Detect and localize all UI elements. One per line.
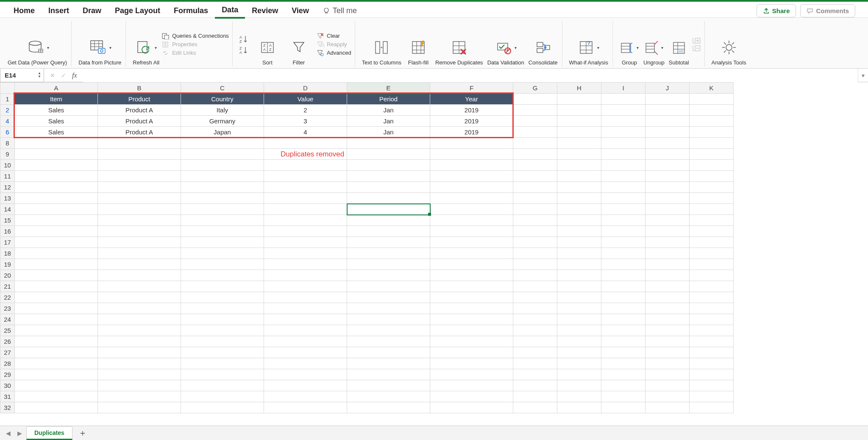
cell[interactable]: Product xyxy=(98,94,181,105)
cell[interactable] xyxy=(557,116,601,127)
cell[interactable] xyxy=(645,160,690,171)
cell[interactable] xyxy=(513,303,557,314)
cell[interactable] xyxy=(601,193,645,204)
cell[interactable] xyxy=(15,270,98,281)
cell[interactable] xyxy=(557,215,601,226)
cell[interactable] xyxy=(645,204,690,215)
cell[interactable] xyxy=(557,292,601,303)
cell[interactable] xyxy=(557,127,601,138)
cell[interactable] xyxy=(15,314,98,325)
cell[interactable] xyxy=(513,193,557,204)
tab-draw[interactable]: Draw xyxy=(76,4,108,18)
cell[interactable] xyxy=(181,347,264,358)
tab-insert[interactable]: Insert xyxy=(42,4,76,18)
cell[interactable] xyxy=(15,226,98,237)
cell[interactable] xyxy=(264,292,347,303)
cell[interactable] xyxy=(98,215,181,226)
cell[interactable] xyxy=(347,391,430,402)
cell[interactable] xyxy=(601,204,645,215)
cell[interactable]: Sales xyxy=(15,116,98,127)
subtotal-button[interactable]: Subtotal xyxy=(668,21,690,67)
cell[interactable] xyxy=(98,314,181,325)
cell[interactable] xyxy=(181,336,264,347)
cell[interactable] xyxy=(557,138,601,149)
row-header[interactable]: 32 xyxy=(0,402,15,413)
cell[interactable] xyxy=(645,336,690,347)
advanced-filter-button[interactable]: Advanced xyxy=(317,50,351,56)
cell[interactable] xyxy=(15,149,98,160)
cell[interactable] xyxy=(601,149,645,160)
cell[interactable]: Italy xyxy=(181,105,264,116)
cell[interactable] xyxy=(15,193,98,204)
column-header[interactable]: E xyxy=(347,83,430,94)
cell[interactable] xyxy=(347,303,430,314)
cell[interactable] xyxy=(430,358,513,369)
column-header[interactable]: J xyxy=(645,83,690,94)
select-all-corner[interactable] xyxy=(0,83,15,94)
cell[interactable] xyxy=(15,248,98,259)
cell[interactable] xyxy=(690,149,734,160)
cell[interactable] xyxy=(557,171,601,182)
cell[interactable] xyxy=(645,391,690,402)
cell[interactable] xyxy=(181,215,264,226)
edit-links-button[interactable]: Edit Links xyxy=(162,50,196,56)
cell[interactable] xyxy=(15,160,98,171)
cell[interactable]: Item xyxy=(15,94,98,105)
cell[interactable] xyxy=(430,314,513,325)
cell[interactable] xyxy=(513,215,557,226)
row-header[interactable]: 4 xyxy=(0,116,15,127)
cell[interactable] xyxy=(264,325,347,336)
cell[interactable] xyxy=(430,380,513,391)
cell[interactable] xyxy=(513,380,557,391)
cell[interactable] xyxy=(347,193,430,204)
cell[interactable] xyxy=(645,248,690,259)
cell[interactable] xyxy=(690,270,734,281)
show-detail-button[interactable] xyxy=(693,38,701,44)
row-header[interactable]: 8 xyxy=(0,138,15,149)
formula-input[interactable] xyxy=(83,69,858,82)
cell[interactable] xyxy=(690,116,734,127)
cell[interactable] xyxy=(601,391,645,402)
cell[interactable] xyxy=(690,182,734,193)
row-header[interactable]: 18 xyxy=(0,248,15,259)
cell[interactable] xyxy=(98,391,181,402)
row-header[interactable]: 12 xyxy=(0,182,15,193)
cell[interactable] xyxy=(264,237,347,248)
cell[interactable] xyxy=(430,391,513,402)
comments-button[interactable]: Comments xyxy=(800,4,855,17)
cell[interactable] xyxy=(347,281,430,292)
column-header[interactable]: G xyxy=(513,83,557,94)
cell[interactable]: 4 xyxy=(264,127,347,138)
cell[interactable] xyxy=(181,171,264,182)
cell[interactable]: 2 xyxy=(264,105,347,116)
cell[interactable] xyxy=(264,358,347,369)
cell[interactable] xyxy=(690,237,734,248)
cell[interactable] xyxy=(15,380,98,391)
cell[interactable] xyxy=(645,105,690,116)
cell[interactable]: Sales xyxy=(15,105,98,116)
cell[interactable] xyxy=(347,358,430,369)
cell[interactable] xyxy=(690,402,734,413)
cell[interactable] xyxy=(98,226,181,237)
cell[interactable] xyxy=(690,138,734,149)
cell[interactable]: 2019 xyxy=(430,105,513,116)
cell[interactable]: Japan xyxy=(181,127,264,138)
cell[interactable] xyxy=(98,138,181,149)
cell[interactable] xyxy=(645,226,690,237)
cell[interactable] xyxy=(15,138,98,149)
cell[interactable] xyxy=(264,193,347,204)
cell[interactable] xyxy=(557,237,601,248)
cell[interactable] xyxy=(181,193,264,204)
group-button[interactable]: ▾Group xyxy=(619,21,640,67)
cell[interactable] xyxy=(98,259,181,270)
cell[interactable] xyxy=(98,402,181,413)
data-from-picture-button[interactable]: ▾ Data from Picture xyxy=(78,21,122,67)
cell[interactable] xyxy=(181,303,264,314)
cell[interactable] xyxy=(264,281,347,292)
tab-home[interactable]: Home xyxy=(7,4,42,18)
cell[interactable] xyxy=(98,160,181,171)
cell[interactable]: Country xyxy=(181,94,264,105)
cell[interactable] xyxy=(513,160,557,171)
cell[interactable] xyxy=(98,336,181,347)
cell[interactable] xyxy=(645,127,690,138)
